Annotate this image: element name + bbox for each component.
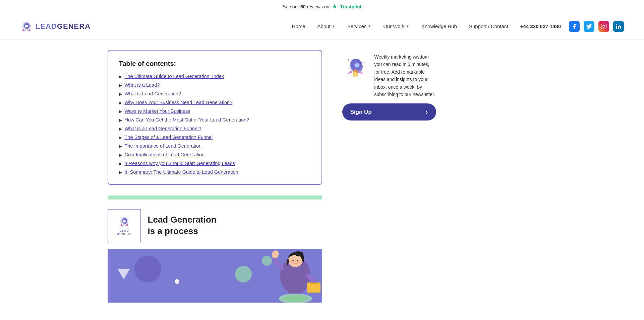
toc-bullet-11: ▶: [119, 161, 122, 166]
illus-circle-2: [235, 266, 252, 283]
svg-point-20: [354, 72, 357, 77]
svg-point-10: [291, 261, 293, 263]
list-item: ▶ How Can You Get the Most Out of Your L…: [119, 117, 311, 123]
svg-point-21: [348, 59, 349, 61]
svg-rect-14: [310, 283, 317, 284]
trustpilot-text-before: See our: [283, 4, 300, 9]
lead-genera-logo-text: LEADGENERA: [117, 229, 132, 236]
logo-lead-text: LEAD: [36, 22, 57, 30]
lead-genera-card: LEADGENERA Lead Generation is a process: [108, 209, 322, 242]
svg-point-3: [616, 24, 617, 25]
left-column: Table of contents: ▶ The Ultimate Guide …: [108, 50, 322, 303]
illustration-box: [108, 249, 322, 303]
toc-list: ▶ The Ultimate Guide to Lead Generation:…: [119, 74, 311, 175]
list-item: ▶ What is a Lead?: [119, 82, 311, 88]
toc-bullet-1: ▶: [119, 74, 122, 79]
toc-title: Table of contents:: [119, 60, 311, 68]
list-item: ▶ The Stages of a Lead Generation Funnel: [119, 135, 311, 140]
logo-genera-text: GENERA: [57, 22, 91, 30]
toc-bullet-2: ▶: [119, 83, 122, 88]
toc-link-6[interactable]: How Can You Get the Most Out of Your Lea…: [125, 117, 249, 123]
list-item: ▶ What is Lead Generation?: [119, 91, 311, 96]
svg-point-4: [123, 220, 126, 223]
newsletter-top: Weekly marketing wisdom you can read in …: [342, 53, 436, 98]
toc-bullet-9: ▶: [119, 144, 122, 149]
toc-link-3[interactable]: What is Lead Generation?: [125, 91, 181, 96]
newsletter-description: Weekly marketing wisdom you can read in …: [374, 53, 436, 98]
list-item: ▶ Cost Implications of Lead Generation: [119, 152, 311, 157]
main-nav: Home About ▼ Services ▼ Our Work ▼ Knowl…: [292, 23, 508, 29]
logo-link[interactable]: LEADGENERA: [20, 20, 91, 33]
toc-link-2[interactable]: What is a Lead?: [125, 82, 160, 88]
svg-point-0: [25, 25, 28, 27]
nav-support-contact[interactable]: Support / Contact: [469, 23, 508, 29]
green-divider: [108, 195, 322, 199]
right-column: Weekly marketing wisdom you can read in …: [342, 50, 436, 303]
list-item: ▶ In Summary: The Ultimate Guide to Lead…: [119, 169, 311, 175]
list-item: ▶ What is a Lead Generation Funnel?: [119, 126, 311, 131]
social-icons: [569, 21, 624, 32]
linkedin-icon[interactable]: [613, 21, 624, 32]
services-chevron-icon: ▼: [368, 24, 371, 28]
toc-link-7[interactable]: What is a Lead Generation Funnel?: [125, 126, 201, 131]
signup-arrow-icon: ›: [426, 108, 428, 116]
nav-knowledge-hub[interactable]: Knowledge Hub: [421, 23, 457, 29]
toc-link-12[interactable]: In Summary: The Ultimate Guide to Lead G…: [125, 169, 238, 175]
about-chevron-icon: ▼: [332, 24, 335, 28]
header: LEADGENERA Home About ▼ Services ▼ Our W…: [0, 13, 644, 40]
signup-label: Sign Up: [350, 109, 372, 115]
illus-person-svg: [255, 249, 322, 303]
svg-point-12: [271, 249, 280, 259]
illus-dot: [175, 279, 179, 284]
signup-button[interactable]: Sign Up ›: [342, 103, 436, 121]
illus-circle-1: [134, 256, 161, 283]
svg-rect-1: [601, 24, 606, 29]
trustpilot-text-mid: reviews on: [306, 4, 330, 9]
trustpilot-brand: Trustpilot: [340, 4, 361, 9]
lead-generation-title: Lead Generation is a process: [148, 214, 217, 237]
toc-link-8[interactable]: The Stages of a Lead Generation Funnel: [125, 135, 213, 140]
toc-bullet-5: ▶: [119, 109, 122, 114]
nav-home[interactable]: Home: [292, 23, 305, 29]
toc-bullet-8: ▶: [119, 135, 122, 140]
trustpilot-bar: See our 60 reviews on ★ Trustpilot: [0, 0, 644, 13]
nav-our-work[interactable]: Our Work ▼: [383, 23, 409, 29]
nav-services[interactable]: Services ▼: [347, 23, 371, 29]
svg-point-22: [363, 62, 364, 63]
trustpilot-star-icon: ★: [332, 3, 337, 10]
nav-about[interactable]: About ▼: [317, 23, 335, 29]
svg-point-11: [297, 261, 300, 263]
toc-link-11[interactable]: 4 Reasons why you Should Start Generatin…: [125, 161, 235, 166]
toc-link-9[interactable]: The Importance of Lead Generation: [125, 143, 202, 149]
toc-bullet-6: ▶: [119, 118, 122, 123]
twitter-icon[interactable]: [584, 21, 594, 32]
toc-bullet-4: ▶: [119, 100, 122, 105]
toc-link-1[interactable]: The Ultimate Guide to Lead Generation: I…: [125, 74, 224, 79]
logo-rocket-icon: [20, 20, 33, 33]
svg-point-7: [295, 251, 301, 256]
toc-link-4[interactable]: Why Does Your Business Need Lead Generat…: [125, 100, 233, 105]
lead-genera-rocket-icon: [118, 216, 130, 228]
svg-point-23: [348, 68, 349, 69]
newsletter-box: Weekly marketing wisdom you can read in …: [342, 53, 436, 121]
facebook-icon[interactable]: [569, 21, 580, 32]
lead-genera-logo-box: LEADGENERA: [108, 209, 141, 242]
table-of-contents: Table of contents: ▶ The Ultimate Guide …: [108, 50, 322, 185]
list-item: ▶ 4 Reasons why you Should Start Generat…: [119, 161, 311, 166]
our-work-chevron-icon: ▼: [406, 24, 409, 28]
main-content: Table of contents: ▶ The Ultimate Guide …: [87, 40, 557, 313]
list-item: ▶ Ways to Market Your Business: [119, 108, 311, 114]
list-item: ▶ The Importance of Lead Generation: [119, 143, 311, 149]
instagram-icon[interactable]: [598, 21, 609, 32]
newsletter-rocket-icon: [342, 53, 369, 80]
list-item: ▶ Why Does Your Business Need Lead Gener…: [119, 100, 311, 105]
illus-triangle-icon: [118, 269, 130, 279]
toc-bullet-7: ▶: [119, 127, 122, 131]
toc-bullet-12: ▶: [119, 170, 122, 175]
toc-link-10[interactable]: Cost Implications of Lead Generation: [125, 152, 205, 157]
toc-bullet-10: ▶: [119, 153, 122, 157]
list-item: ▶ The Ultimate Guide to Lead Generation:…: [119, 74, 311, 79]
trustpilot-count: 60: [300, 4, 306, 9]
toc-link-5[interactable]: Ways to Market Your Business: [125, 108, 190, 114]
phone-number: +44 330 027 1480: [520, 23, 561, 29]
